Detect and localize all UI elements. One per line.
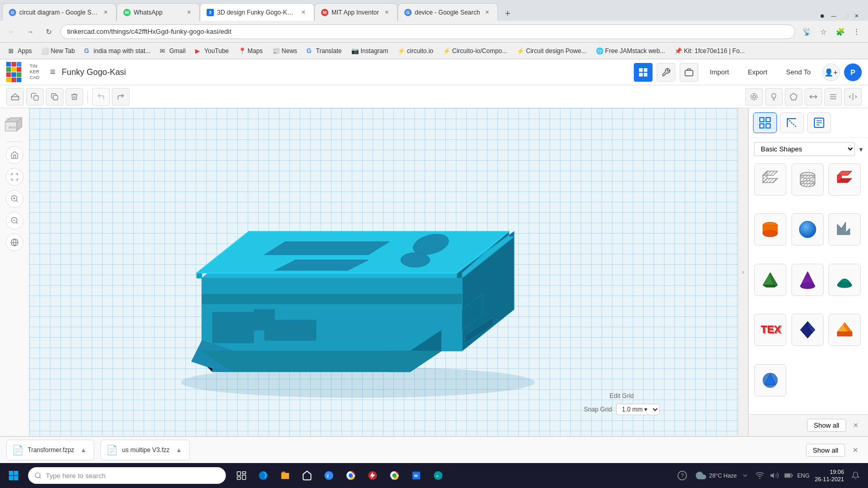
download-menu-1[interactable]: ▲ bbox=[79, 445, 89, 455]
export-button[interactable]: Export bbox=[741, 65, 775, 79]
panel-tab-angle[interactable] bbox=[780, 112, 804, 133]
import-button[interactable]: Import bbox=[703, 65, 736, 79]
redo-tool[interactable] bbox=[112, 88, 130, 106]
window-close-btn[interactable]: ✕ bbox=[851, 10, 862, 21]
viewport[interactable]: Edit Grid Snap Grid 1.0 mm ▾ 0.5 mm 2.0 … bbox=[29, 108, 738, 436]
window-record-btn[interactable]: ⏺ bbox=[817, 10, 827, 21]
download-item-1[interactable]: 📄 Transformer.fzpz ▲ bbox=[6, 440, 94, 460]
edit-grid-label[interactable]: Edit Grid bbox=[609, 392, 634, 400]
browser-tab-1[interactable]: G circuit diagram - Google Search ✕ bbox=[2, 3, 117, 21]
system-clock[interactable]: 19:06 26-11-2021 bbox=[812, 468, 847, 483]
bookmark-news[interactable]: 📰 News bbox=[268, 46, 301, 56]
panel-tab-notes[interactable] bbox=[807, 112, 831, 133]
delete-tool[interactable] bbox=[66, 88, 83, 106]
undo-tool[interactable] bbox=[92, 88, 110, 106]
arduino-icon[interactable]: ∞ bbox=[428, 465, 449, 486]
shape-item-cylinder[interactable] bbox=[754, 213, 786, 246]
perspective-button[interactable] bbox=[6, 234, 23, 251]
bookmark-india[interactable]: G india map with stat... bbox=[80, 46, 155, 56]
address-input[interactable] bbox=[60, 24, 795, 39]
download-menu-2[interactable]: ▲ bbox=[174, 445, 184, 455]
bookmark-circuit-design[interactable]: ⚡ Circuit design Powe... bbox=[513, 46, 591, 56]
tab-close-2[interactable]: ✕ bbox=[185, 8, 193, 17]
home-view-button[interactable] bbox=[6, 146, 23, 164]
edge-browser-icon[interactable] bbox=[253, 465, 274, 486]
start-menu-icon[interactable] bbox=[297, 465, 317, 486]
bookmark-gmail[interactable]: ✉ Gmail bbox=[156, 46, 189, 56]
explorer-icon[interactable] bbox=[275, 465, 296, 486]
shape-item-sphere[interactable] bbox=[792, 213, 824, 246]
zoom-app-icon[interactable]: Z bbox=[318, 465, 339, 486]
taskview-button[interactable] bbox=[231, 465, 252, 486]
tab-close-5[interactable]: ✕ bbox=[483, 8, 491, 17]
bookmark-instagram[interactable]: 📷 Instagram bbox=[347, 46, 392, 56]
flashplayer-icon[interactable] bbox=[362, 465, 383, 486]
copy-tool[interactable] bbox=[26, 88, 44, 106]
close-downloads-button[interactable]: ✕ bbox=[849, 444, 862, 456]
shapes-dropdown-icon[interactable]: ▾ bbox=[859, 145, 863, 153]
shape-item-diamond[interactable] bbox=[792, 314, 824, 346]
ruler-tool[interactable] bbox=[805, 88, 822, 106]
browser-tab-2[interactable]: W WhatsApp ✕ bbox=[117, 3, 200, 21]
profile-button[interactable]: P bbox=[844, 63, 862, 81]
list-view-icon[interactable]: ≡ bbox=[50, 67, 56, 78]
extensions-button[interactable]: 🧩 bbox=[833, 24, 847, 39]
tab-close-1[interactable]: ✕ bbox=[101, 8, 110, 17]
zoom-out-button[interactable] bbox=[6, 212, 23, 229]
align-tool[interactable] bbox=[824, 88, 842, 106]
bookmark-apps[interactable]: ⊞ Apps bbox=[4, 46, 36, 56]
mirror-tool[interactable] bbox=[844, 88, 862, 106]
shape-item-roof[interactable] bbox=[828, 314, 861, 346]
taskbar-search-bar[interactable]: Type here to search bbox=[28, 467, 226, 484]
shape-item-extra[interactable] bbox=[754, 364, 786, 396]
show-all-button[interactable]: Show all bbox=[807, 419, 846, 432]
zoom-in-button[interactable] bbox=[6, 190, 23, 208]
shape-item-pyramid[interactable] bbox=[754, 264, 786, 296]
tab-close-3[interactable]: ✕ bbox=[299, 8, 308, 17]
notification-icon[interactable] bbox=[849, 469, 862, 482]
volume-icon[interactable] bbox=[768, 469, 781, 482]
tab-close-4[interactable]: ✕ bbox=[382, 8, 391, 17]
bookmark-kit[interactable]: 📌 Kit: 1fce70e116 | Fo... bbox=[670, 46, 749, 56]
panel-tab-grid[interactable] bbox=[753, 112, 777, 133]
language-indicator[interactable]: ENG bbox=[797, 472, 810, 479]
screen-cast-button[interactable]: 📡 bbox=[799, 24, 814, 39]
suitcase-button[interactable] bbox=[680, 63, 698, 82]
shape-item-paraboloid[interactable] bbox=[828, 264, 861, 296]
bookmark-newtab[interactable]: ⬜ New Tab bbox=[37, 46, 79, 56]
download-item-2[interactable]: 📄 us multipe V3.fzz ▲ bbox=[100, 440, 189, 460]
weather-icon[interactable] bbox=[695, 469, 707, 482]
nav-cube-area[interactable]: BACK 401 bbox=[3, 114, 26, 137]
bookmark-youtube[interactable]: ▶ YouTube bbox=[191, 46, 233, 56]
add-user-button[interactable]: 👤+ bbox=[822, 63, 840, 81]
camera-tool[interactable] bbox=[745, 88, 763, 106]
tinkercad-logo[interactable] bbox=[6, 62, 21, 82]
window-maximize-btn[interactable]: ⬜ bbox=[840, 10, 850, 21]
chrome-icon[interactable] bbox=[340, 465, 361, 486]
grid-view-button[interactable] bbox=[634, 63, 653, 82]
tray-up-arrow[interactable] bbox=[739, 469, 751, 482]
browser-tab-5[interactable]: G device - Google Search ✕ bbox=[398, 3, 498, 21]
window-minimize-btn[interactable]: — bbox=[828, 10, 839, 21]
shape-item-text[interactable]: TEXT TEXT bbox=[754, 314, 786, 346]
chrome2-icon[interactable] bbox=[384, 465, 405, 486]
snap-grid-dropdown[interactable]: 1.0 mm ▾ 0.5 mm 2.0 mm bbox=[616, 404, 660, 415]
forward-button[interactable]: → bbox=[23, 24, 37, 39]
browser-tab-4[interactable]: M MIT App Inventor ✕ bbox=[314, 3, 398, 21]
battery-icon[interactable] bbox=[783, 469, 795, 482]
bookmark-translate[interactable]: G Translate bbox=[302, 46, 346, 56]
shape-item-cone[interactable] bbox=[792, 264, 824, 296]
shape-item-box[interactable] bbox=[828, 163, 861, 196]
bookmark-jamstack[interactable]: 🌐 Free JAMstack web... bbox=[592, 46, 669, 56]
word-icon[interactable]: W bbox=[406, 465, 427, 486]
question-icon[interactable]: ? bbox=[672, 465, 693, 486]
workplane-tool[interactable] bbox=[6, 88, 24, 106]
bookmark-button[interactable]: ☆ bbox=[816, 24, 831, 39]
fit-view-button[interactable] bbox=[6, 168, 23, 186]
shapes-category-dropdown[interactable]: Basic Shapes Shape Generators Connectors… bbox=[754, 142, 855, 156]
start-button[interactable] bbox=[2, 464, 25, 487]
close-panel-button[interactable]: ✕ bbox=[849, 419, 862, 432]
bookmark-circuito-compo[interactable]: ⚡ Circuito-io/Compo... bbox=[439, 46, 512, 56]
settings-button[interactable]: ⋮ bbox=[849, 24, 864, 39]
duplicate-tool[interactable] bbox=[46, 88, 63, 106]
